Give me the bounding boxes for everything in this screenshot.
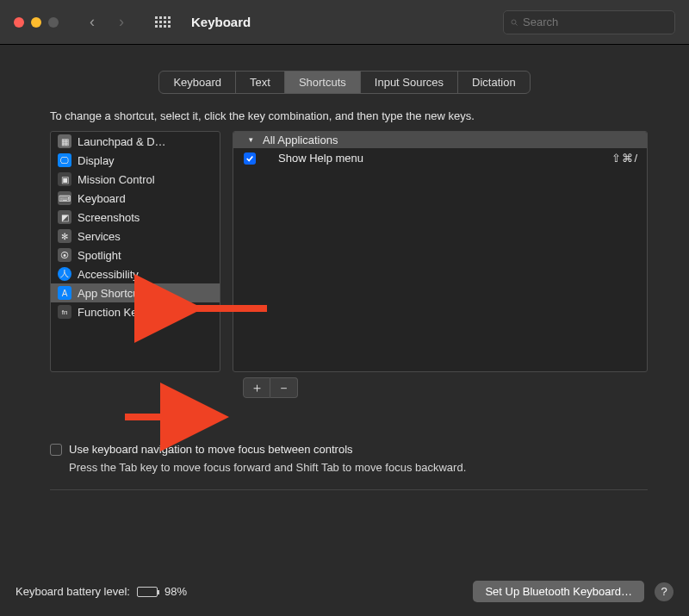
tab-dictation[interactable]: Dictation bbox=[458, 72, 530, 93]
svg-line-1 bbox=[516, 23, 518, 25]
shortcut-group-label: All Applications bbox=[263, 134, 338, 146]
category-label: App Shortcuts bbox=[78, 287, 148, 300]
display-icon: 🖵 bbox=[58, 153, 71, 167]
category-label: Mission Control bbox=[78, 173, 155, 186]
footer: Keyboard battery level: 98% Set Up Bluet… bbox=[16, 581, 673, 602]
window-body: Keyboard Text Shortcuts Input Sources Di… bbox=[0, 45, 689, 506]
shortcut-group-header[interactable]: ▾ All Applications bbox=[233, 132, 647, 148]
battery-percentage: 98% bbox=[164, 585, 187, 598]
category-screenshots[interactable]: ◩Screenshots bbox=[51, 208, 220, 227]
mission-control-icon: ▣ bbox=[58, 172, 71, 186]
keyboard-nav-checkbox[interactable] bbox=[50, 444, 62, 456]
show-all-icon[interactable] bbox=[155, 16, 171, 28]
tab-keyboard[interactable]: Keyboard bbox=[159, 72, 236, 93]
keyboard-nav-label: Use keyboard navigation to move focus be… bbox=[69, 443, 353, 456]
keyboard-navigation-section: Use keyboard navigation to move focus be… bbox=[50, 443, 648, 474]
services-icon: ✻ bbox=[58, 229, 71, 243]
category-label: Keyboard bbox=[78, 192, 126, 205]
category-launchpad[interactable]: ▦Launchpad & D… bbox=[51, 132, 220, 151]
add-button[interactable]: ＋ bbox=[243, 377, 270, 398]
category-label: Launchpad & D… bbox=[78, 135, 166, 148]
shortcut-keys: ⇧⌘/ bbox=[611, 152, 638, 165]
category-label: Function Keys bbox=[78, 306, 148, 319]
category-display[interactable]: 🖵Display bbox=[51, 151, 220, 170]
battery-status: Keyboard battery level: 98% bbox=[16, 585, 187, 598]
category-label: Accessibility bbox=[78, 268, 139, 281]
shortcut-label: Show Help menu bbox=[278, 152, 601, 165]
tabs-container: Keyboard Text Shortcuts Input Sources Di… bbox=[16, 71, 673, 94]
divider bbox=[50, 489, 648, 490]
category-label: Screenshots bbox=[78, 211, 140, 224]
spotlight-icon: ⦿ bbox=[58, 248, 71, 262]
keyboard-icon: ⌨ bbox=[58, 191, 71, 205]
category-accessibility[interactable]: 人Accessibility bbox=[51, 264, 220, 283]
category-keyboard[interactable]: ⌨Keyboard bbox=[51, 189, 220, 208]
category-label: Services bbox=[78, 230, 121, 243]
shortcut-list[interactable]: ▾ All Applications Show Help menu ⇧⌘/ bbox=[233, 131, 648, 372]
category-spotlight[interactable]: ⦿Spotlight bbox=[51, 246, 220, 264]
app-shortcuts-icon: A bbox=[58, 286, 71, 300]
battery-icon bbox=[137, 587, 158, 597]
accessibility-icon: 人 bbox=[58, 267, 71, 281]
svg-point-0 bbox=[512, 20, 516, 24]
back-button[interactable]: ‹ bbox=[90, 13, 95, 31]
check-icon bbox=[245, 154, 254, 163]
window-controls bbox=[14, 17, 59, 28]
panels: ▦Launchpad & D… 🖵Display ▣Mission Contro… bbox=[50, 131, 648, 372]
shortcut-checkbox[interactable] bbox=[244, 152, 256, 165]
battery-label: Keyboard battery level: bbox=[16, 585, 130, 598]
add-remove-controls: ＋ － bbox=[243, 377, 648, 398]
instruction-text: To change a shortcut, select it, click t… bbox=[50, 109, 648, 122]
category-label: Display bbox=[78, 154, 115, 167]
titlebar: ‹ › Keyboard bbox=[0, 0, 689, 45]
chevron-down-icon: ▾ bbox=[249, 135, 253, 144]
search-icon bbox=[511, 16, 518, 28]
remove-button[interactable]: － bbox=[270, 377, 298, 398]
launchpad-icon: ▦ bbox=[58, 134, 71, 148]
search-field[interactable] bbox=[503, 10, 675, 34]
category-function-keys[interactable]: fnFunction Keys bbox=[51, 302, 220, 321]
screenshots-icon: ◩ bbox=[58, 210, 71, 224]
bluetooth-setup-button[interactable]: Set Up Bluetooth Keyboard… bbox=[473, 581, 644, 602]
nav-arrows: ‹ › bbox=[90, 13, 124, 31]
minimize-window-button[interactable] bbox=[31, 17, 41, 28]
tab-shortcuts[interactable]: Shortcuts bbox=[285, 72, 361, 93]
tab-input-sources[interactable]: Input Sources bbox=[361, 72, 458, 93]
zoom-window-button[interactable] bbox=[48, 17, 59, 28]
keyboard-nav-hint: Press the Tab key to move focus forward … bbox=[69, 461, 648, 474]
tab-text[interactable]: Text bbox=[236, 72, 285, 93]
category-services[interactable]: ✻Services bbox=[51, 227, 220, 246]
forward-button[interactable]: › bbox=[119, 13, 124, 31]
category-list[interactable]: ▦Launchpad & D… 🖵Display ▣Mission Contro… bbox=[50, 131, 220, 372]
category-label: Spotlight bbox=[78, 249, 121, 262]
tabbar: Keyboard Text Shortcuts Input Sources Di… bbox=[158, 71, 530, 94]
help-button[interactable]: ? bbox=[655, 582, 673, 601]
category-app-shortcuts[interactable]: AApp Shortcuts bbox=[51, 283, 220, 302]
search-input[interactable] bbox=[523, 16, 667, 28]
category-mission-control[interactable]: ▣Mission Control bbox=[51, 170, 220, 189]
shortcut-row[interactable]: Show Help menu ⇧⌘/ bbox=[233, 148, 647, 168]
function-keys-icon: fn bbox=[58, 305, 71, 319]
close-window-button[interactable] bbox=[14, 17, 24, 28]
window-title: Keyboard bbox=[191, 15, 251, 29]
